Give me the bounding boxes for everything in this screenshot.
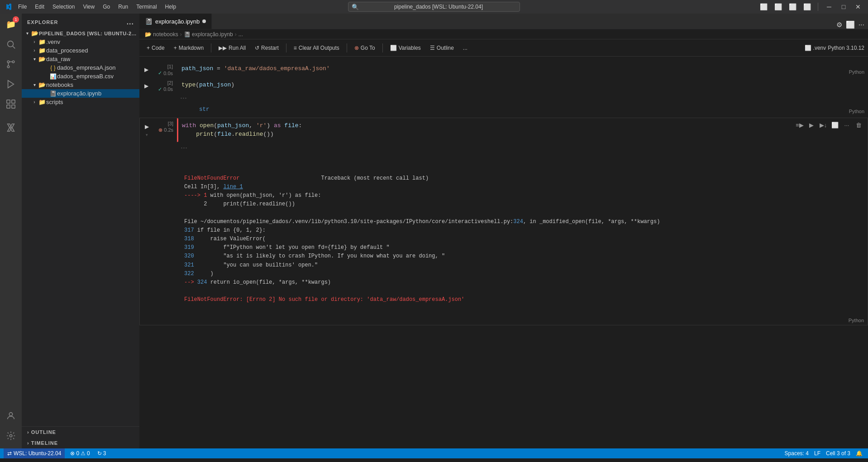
cell-3-lang: Python [849, 318, 864, 323]
kernel-info: ⬜ .venv Python 3.10.12 [805, 45, 864, 51]
cell-3-body[interactable]: with open(path_json, 'r') as file: print… [177, 118, 868, 325]
more-toolbar-button[interactable]: ... [459, 43, 471, 52]
menu-selection[interactable]: Selection [49, 3, 78, 11]
menu-view[interactable]: View [79, 3, 98, 11]
tree-notebooks[interactable]: ▾ 📂 notebooks [22, 81, 139, 89]
cell-1-run-button[interactable]: ▶ [141, 65, 151, 75]
svg-rect-7 [12, 100, 15, 103]
activity-bar: 📁 1 [0, 14, 22, 448]
settings-gear-icon[interactable]: ⚙ [836, 21, 842, 29]
tree-dados-empresa-b[interactable]: 📊 dados_empresaB.csv [22, 72, 139, 81]
layout-btn-2[interactable]: ⬜ [773, 1, 783, 12]
account-icon[interactable] [2, 407, 20, 425]
restart-icon: ↺ [255, 45, 259, 51]
outline-label: OUTLINE [31, 429, 56, 435]
menu-terminal[interactable]: Terminal [133, 3, 160, 11]
notifications-item[interactable]: 🔔 [854, 450, 864, 457]
menu-edit[interactable]: Edit [31, 3, 48, 11]
run-debug-icon[interactable] [2, 75, 20, 93]
explorer-icon[interactable]: 📁 1 [2, 15, 20, 33]
more-actions-icon[interactable]: ··· [858, 21, 864, 29]
cell-info-item[interactable]: Cell 3 of 3 [824, 450, 852, 457]
kernel-env[interactable]: .venv [813, 45, 826, 51]
markdown-button[interactable]: + Markdown [170, 43, 207, 52]
cell-2-dots: ··· [176, 92, 868, 104]
cell-3-gutter: [3] ⊗ 0.2s [153, 118, 177, 325]
dados-empresa-b-label: dados_empresaB.csv [57, 73, 114, 80]
tree-scripts[interactable]: › 📁 scripts [22, 98, 139, 106]
breadcrumb-file[interactable]: 📓 exploração.ipynb [184, 31, 233, 38]
tree-exploracao[interactable]: 📓 exploração.ipynb [22, 89, 139, 98]
tree-data-processed[interactable]: › 📁 data_processed [22, 46, 139, 55]
cell-3-input[interactable]: with open(path_json, 'r') as file: print… [177, 118, 868, 142]
badge: 1 [13, 16, 19, 23]
cell-3-run-button[interactable]: ▶ [142, 122, 152, 132]
wsl-badge[interactable]: ⇄ WSL: Ubuntu-22.04 [4, 448, 65, 458]
csv-file-icon: 📊 [49, 73, 57, 80]
settings-icon[interactable] [2, 427, 20, 445]
search-input[interactable] [348, 2, 520, 12]
layout-btn-1[interactable]: ⬜ [758, 1, 769, 12]
testing-icon[interactable] [2, 119, 20, 137]
delete-cell-button[interactable]: 🗑 [853, 120, 864, 131]
more-cell-button[interactable]: ··· [841, 120, 852, 131]
more-icon: ... [463, 45, 467, 51]
minimize-button[interactable]: ─ [824, 1, 835, 12]
notebook-content: ▶ [1] ✓ 0.0s path_json = 'data_raw/dados… [139, 57, 868, 448]
menu-help[interactable]: Help [162, 3, 180, 11]
search-icon[interactable] [2, 35, 20, 53]
layout-btn-4[interactable]: ⬜ [801, 1, 812, 12]
warning-count: 0 [87, 450, 90, 457]
outline-panel-header[interactable]: › OUTLINE [22, 427, 139, 438]
breadcrumb-notebooks[interactable]: 📂 notebooks [145, 31, 178, 38]
tab-exploracao[interactable]: 📓 exploração.ipynb [139, 14, 212, 29]
svg-marker-5 [8, 81, 14, 88]
cell-2-body[interactable]: type(path_json) ··· str Python [176, 77, 868, 116]
outline-toolbar-button[interactable]: ☰ Outline [426, 43, 458, 52]
tree-dados-empresa-a[interactable]: { } dados_empresaA.json [22, 63, 139, 72]
extensions-icon[interactable] [2, 95, 20, 113]
cell-2-run-button[interactable]: ▶ [141, 81, 151, 91]
cell-1-number: [1] [167, 64, 173, 69]
breadcrumb-ellipsis[interactable]: ... [238, 31, 243, 38]
source-control-icon[interactable] [2, 55, 20, 73]
close-button[interactable]: ✕ [853, 1, 863, 12]
run-all-button[interactable]: ▶▶ Run All [215, 43, 249, 52]
sync-item[interactable]: ↻ 3 [95, 448, 108, 458]
sidebar-more-button[interactable]: ... [127, 18, 134, 26]
timeline-panel-header[interactable]: › TIMELINE [22, 438, 139, 448]
run-below-button[interactable]: ▶↓ [818, 120, 829, 131]
goto-label: Go To [361, 45, 375, 51]
json-file-icon: { } [49, 65, 57, 71]
error-type: FileNotFoundError [184, 175, 239, 181]
cell-3-output: FileNotFoundError Traceback (most recent… [177, 153, 868, 325]
goto-button[interactable]: ⊗ Go To [351, 43, 379, 52]
cell-2-input[interactable]: type(path_json) [176, 77, 868, 93]
errors-item[interactable]: ⊗ 0 ⚠ 0 [68, 448, 91, 458]
tree-venv[interactable]: › 📁 .venv [22, 38, 139, 46]
cell-2-status: ✓ 0.0s [158, 86, 173, 92]
titlebar: File Edit Selection View Go Run Terminal… [0, 0, 868, 14]
menu-file[interactable]: File [14, 3, 30, 11]
encoding-item[interactable]: LF [812, 450, 822, 457]
restart-button[interactable]: ↺ Restart [251, 43, 282, 52]
run-all-icon: ▶▶ [219, 45, 227, 51]
layout-btn-3[interactable]: ⬜ [787, 1, 798, 12]
split-cell-button[interactable]: ⬜ [830, 120, 840, 131]
menu-run[interactable]: Run [114, 3, 132, 11]
svg-rect-9 [7, 105, 10, 108]
cell-1-input[interactable]: path_json = 'data_raw/dados_empresaA.jso… [176, 61, 868, 76]
spaces-item[interactable]: Spaces: 4 [783, 450, 811, 457]
code-button[interactable]: + Code [143, 43, 168, 52]
cell-1-body[interactable]: path_json = 'data_raw/dados_empresaA.jso… [176, 61, 868, 76]
svg-point-10 [9, 413, 12, 416]
menu-go[interactable]: Go [99, 3, 114, 11]
tree-data-raw[interactable]: ▾ 📂 data_raw [22, 55, 139, 63]
variables-button[interactable]: ⬜ Variables [386, 43, 424, 52]
tree-root[interactable]: ▾ 📂 PIPELINE_DADOS [WSL: UBUNTU-22.04] [22, 29, 139, 38]
clear-outputs-button[interactable]: ≡ Clear All Outputs [290, 43, 343, 52]
maximize-button[interactable]: □ [838, 1, 849, 12]
format-cell-button[interactable]: ≡▶ [794, 120, 805, 131]
run-cell-button[interactable]: ▶ [806, 120, 817, 131]
split-editor-icon[interactable]: ⬜ [846, 20, 855, 29]
